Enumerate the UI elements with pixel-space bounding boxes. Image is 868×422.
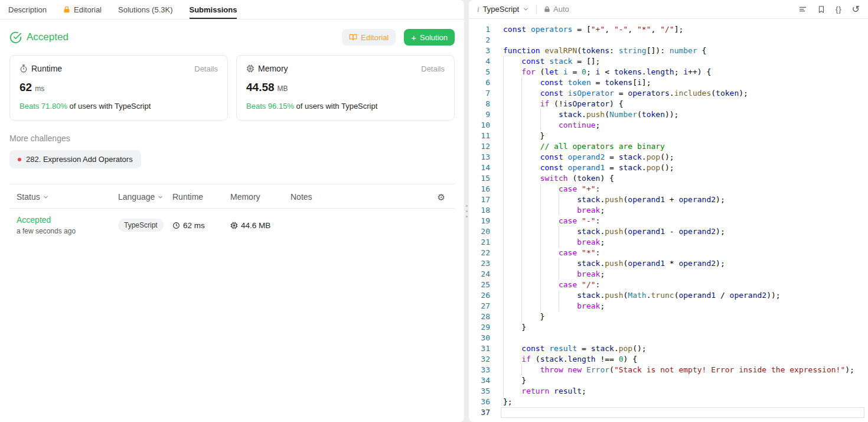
challenge-chip[interactable]: 282. Expression Add Operators — [9, 150, 141, 168]
runtime-card: Runtime Details 62 ms Beats 71.80% of us… — [9, 55, 228, 121]
column-header-status[interactable]: Status — [17, 192, 118, 202]
submission-row[interactable]: Accepted a few seconds ago TypeScript 62… — [9, 209, 455, 242]
submissions-table: Status Language Runtime Memory Notes ⚙ — [9, 184, 455, 242]
reset-code-icon[interactable]: ↺ — [852, 5, 860, 14]
code-line[interactable]: 8 if (!isOperator) { — [469, 99, 868, 109]
code-line[interactable]: 1const operators = ["+", "-", "*", "/"]; — [469, 24, 868, 35]
code-line[interactable]: 35 return result; — [469, 386, 868, 397]
code-line-text: const operand2 = stack.pop(); — [503, 152, 868, 163]
submission-time: a few seconds ago — [17, 227, 118, 235]
code-line[interactable]: 23 stack.push(operand1 * operand2); — [469, 258, 868, 269]
code-line-text: break; — [503, 205, 868, 216]
code-line-text: const stack = []; — [503, 56, 868, 67]
stopwatch-icon — [19, 64, 28, 73]
code-line[interactable]: 2 — [469, 35, 868, 46]
submission-status: Accepted — [17, 215, 118, 225]
code-line[interactable]: 12 // all operators are binary — [469, 141, 868, 152]
line-number: 26 — [469, 290, 490, 301]
solution-button-label: Solution — [420, 33, 448, 42]
code-line[interactable]: 33 throw new Error("Stack is not empty! … — [469, 365, 868, 375]
code-line[interactable]: 14 const operand1 = stack.pop(); — [469, 163, 868, 173]
memory-chip-icon — [246, 64, 254, 73]
line-number: 8 — [469, 99, 490, 109]
code-line[interactable]: 36}; — [469, 397, 868, 407]
line-number: 27 — [469, 301, 490, 311]
line-number: 7 — [469, 88, 490, 99]
tab-submissions[interactable]: Submissions — [190, 0, 237, 19]
tab-description[interactable]: Description — [8, 0, 47, 19]
line-number: 4 — [469, 56, 490, 67]
runtime-beats-rest: of users with TypeScript — [70, 102, 151, 111]
code-line[interactable]: 6 const token = tokens[i]; — [469, 77, 868, 88]
settings-gear-icon[interactable]: ⚙ — [438, 193, 445, 202]
runtime-value: 62 — [19, 81, 32, 94]
editorial-button[interactable]: Editorial — [342, 29, 396, 46]
line-number: 9 — [469, 109, 490, 120]
language-selector[interactable]: TypeScript — [483, 5, 529, 14]
code-line-text: }; — [503, 397, 868, 407]
code-line[interactable]: 7 const isOperator = operators.includes(… — [469, 88, 868, 99]
code-line[interactable]: 19 case "-": — [469, 216, 868, 226]
code-line[interactable]: 26 stack.push(Math.trunc(operand1 / oper… — [469, 290, 868, 301]
runtime-details-link[interactable]: Details — [194, 64, 218, 73]
code-line[interactable]: 5 for (let i = 0; i < tokens.length; i++… — [469, 67, 868, 77]
code-line[interactable]: 25 case "/": — [469, 280, 868, 290]
code-line[interactable]: 11 } — [469, 131, 868, 141]
memory-beats-rest: of users with TypeScript — [296, 102, 378, 111]
code-line[interactable]: 9 stack.push(Number(token)); — [469, 109, 868, 120]
code-line-text: } — [503, 322, 868, 333]
code-line[interactable]: 18 break; — [469, 205, 868, 216]
runtime-cell-value: 62 ms — [183, 221, 205, 230]
braces-icon[interactable]: {} — [836, 5, 842, 14]
code-line[interactable]: 29 } — [469, 322, 868, 333]
code-line-text: function evalRPN(tokens: string[]): numb… — [503, 46, 868, 56]
code-editor[interactable]: 1const operators = ["+", "-", "*", "/"];… — [469, 19, 868, 422]
column-header-language[interactable]: Language — [118, 192, 172, 202]
format-code-icon[interactable] — [798, 5, 807, 14]
code-line[interactable]: 3function evalRPN(tokens: string[]): num… — [469, 46, 868, 56]
line-number: 2 — [469, 35, 490, 46]
code-line[interactable]: 15 switch (token) { — [469, 173, 868, 184]
runtime-unit: ms — [35, 85, 44, 93]
code-line[interactable]: 17 stack.push(operand1 + operand2); — [469, 194, 868, 205]
code-line[interactable]: 16 case "+": — [469, 184, 868, 194]
code-line[interactable]: 31 const result = stack.pop(); — [469, 343, 868, 354]
code-line[interactable]: 20 stack.push(operand1 - operand2); — [469, 226, 868, 237]
code-line[interactable]: 22 case "*": — [469, 248, 868, 258]
lock-icon — [63, 6, 70, 13]
line-number: 29 — [469, 322, 490, 333]
code-line-text: const result = stack.pop(); — [503, 343, 868, 354]
code-line[interactable]: 32 if (stack.length !== 0) { — [469, 354, 868, 365]
status-cell[interactable]: Accepted a few seconds ago — [17, 215, 118, 235]
memory-details-link[interactable]: Details — [421, 64, 445, 73]
code-line[interactable]: 21 break; — [469, 237, 868, 248]
code-line[interactable]: 37 — [469, 407, 868, 418]
panel-resize-handle[interactable] — [464, 0, 469, 422]
tab-editorial[interactable]: Editorial — [63, 0, 102, 19]
line-number: 28 — [469, 311, 490, 322]
solution-button[interactable]: + Solution — [404, 29, 455, 46]
code-line-text: stack.push(operand1 * operand2); — [503, 258, 868, 269]
code-line[interactable]: 30 — [469, 333, 868, 343]
code-line[interactable]: 27 break; — [469, 301, 868, 311]
code-editor-panel: i TypeScript Auto {} ↺ — [469, 0, 868, 422]
memory-unit: MB — [278, 85, 288, 93]
autocomplete-label: Auto — [553, 5, 569, 14]
line-number: 12 — [469, 141, 490, 152]
line-number: 31 — [469, 343, 490, 354]
code-line[interactable]: 34 } — [469, 375, 868, 386]
code-line[interactable]: 4 const stack = []; — [469, 56, 868, 67]
code-line-text: stack.push(Number(token)); — [503, 109, 868, 120]
line-number: 20 — [469, 226, 490, 237]
tab-solutions[interactable]: Solutions (5.3K) — [118, 0, 173, 19]
code-line[interactable]: 13 const operand2 = stack.pop(); — [469, 152, 868, 163]
code-line[interactable]: 10 continue; — [469, 120, 868, 131]
code-line[interactable]: 24 break; — [469, 269, 868, 280]
memory-cell: 44.6 MB — [230, 221, 291, 230]
code-line-text: case "-": — [503, 216, 868, 226]
bookmark-icon[interactable] — [817, 5, 825, 14]
left-tab-bar: Description Editorial Solutions (5.3K) S… — [0, 0, 464, 20]
clock-icon — [172, 222, 180, 229]
autocomplete-toggle[interactable]: Auto — [544, 5, 569, 14]
code-line[interactable]: 28 } — [469, 311, 868, 322]
